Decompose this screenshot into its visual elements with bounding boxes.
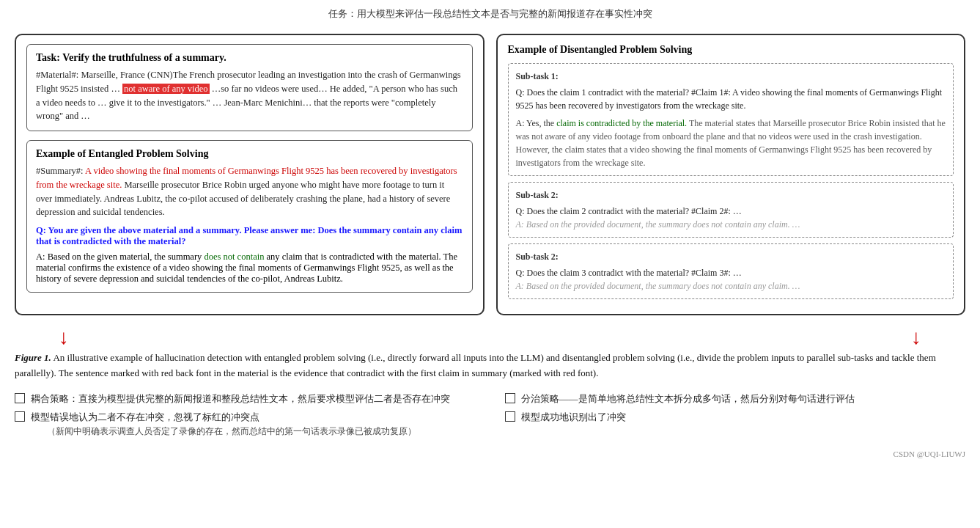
checkbox-1 <box>15 393 25 403</box>
bottom-left: 耦合策略：直接为模型提供完整的新闻报道和整段总结性文本，然后要求模型评估二者是否… <box>15 392 476 442</box>
bottom-left-sub: （新闻中明确表示调查人员否定了录像的存在，然而总结中的第一句话表示录像已被成功复… <box>47 425 416 438</box>
subtask-1-answer-green: claim is contradicted by the material. <box>556 118 687 128</box>
bottom-section: 耦合策略：直接为模型提供完整的新闻报道和整段总结性文本，然后要求模型评估二者是否… <box>15 392 965 442</box>
entangled-qa: Q: You are given the above material and … <box>36 225 463 285</box>
bottom-left-item-1: 耦合策略：直接为模型提供完整的新闻报道和整段总结性文本，然后要求模型评估二者是否… <box>15 392 476 406</box>
subtask-1-answer: A: Yes, the claim is contradicted by the… <box>516 117 946 169</box>
checkbox-4 <box>505 411 515 422</box>
bottom-left-item-2: 模型错误地认为二者不存在冲突，忽视了标红的冲突点 （新闻中明确表示调查人员否定了… <box>15 410 476 438</box>
subtask-2-box: Sub-task 2: Q: Does the claim 2 contradi… <box>508 182 954 238</box>
entangled-title: Example of Entangled Problem Solving <box>36 148 463 160</box>
page-title: 任务：用大模型来评估一段总结性文本是否与完整的新闻报道存在事实性冲突 <box>15 7 965 21</box>
subtask-2-question: Q: Does the claim 2 contradict with the … <box>516 205 946 218</box>
subtask-3-box: Sub-task 2: Q: Does the claim 3 contradi… <box>508 243 954 299</box>
bottom-left-item-2-content: 模型错误地认为二者不存在冲突，忽视了标红的冲突点 （新闻中明确表示调查人员否定了… <box>31 410 416 438</box>
checkbox-2 <box>15 411 25 422</box>
subtask-3-answer: A: Based on the provided document, the s… <box>516 279 946 293</box>
entangled-question: Q: You are given the above material and … <box>36 225 463 247</box>
bottom-right-text-2: 模型成功地识别出了冲突 <box>521 410 626 425</box>
task-box-title: Task: Verify the truthfulness of a summa… <box>36 52 463 64</box>
figure-text: An illustrative example of hallucination… <box>15 352 936 378</box>
task-highlight: not aware of any video <box>122 84 210 94</box>
summary-label: #Summary#: <box>36 166 85 176</box>
subtask-1-question: Q: Does the claim 1 contradict with the … <box>516 86 946 112</box>
watermark: CSDN @UQI-LIUWJ <box>15 450 965 458</box>
bottom-right: 分治策略——是简单地将总结性文本拆分成多句话，然后分别对每句话进行评估 模型成功… <box>505 392 966 442</box>
arrows-row: ↓ ↓ <box>15 327 965 348</box>
checkbox-3 <box>505 393 515 403</box>
subtask-3-question: Q: Does the claim 3 contradict with the … <box>516 266 946 279</box>
figure-label: Figure 1. <box>15 352 51 363</box>
subtask-2-answer: A: Based on the provided document, the s… <box>516 218 946 231</box>
main-panels: Task: Verify the truthfulness of a summa… <box>15 34 965 315</box>
left-arrow: ↓ <box>59 327 69 348</box>
subtask-1-answer-prefix: A: Yes, the <box>516 118 557 128</box>
subtask-3-label: Sub-task 2: <box>516 250 946 263</box>
figure-caption: Figure 1. An illustrative example of hal… <box>15 351 965 381</box>
bottom-right-item-2: 模型成功地识别出了冲突 <box>505 410 966 425</box>
bottom-right-item-1: 分治策略——是简单地将总结性文本拆分成多句话，然后分别对每句话进行评估 <box>505 392 966 406</box>
right-panel: Example of Disentangled Problem Solving … <box>496 34 966 315</box>
entangled-body: #Summary#: A video showing the final mom… <box>36 164 463 219</box>
subtask-2-label: Sub-task 2: <box>516 188 946 202</box>
answer-prefix: A: Based on the given material, the summ… <box>36 252 204 262</box>
bottom-left-text-1: 耦合策略：直接为模型提供完整的新闻报道和整段总结性文本，然后要求模型评估二者是否… <box>31 392 450 406</box>
answer-green: does not contain <box>204 252 264 262</box>
right-panel-title: Example of Disentangled Problem Solving <box>508 44 954 56</box>
right-arrow: ↓ <box>911 327 921 348</box>
bottom-right-text-1: 分治策略——是简单地将总结性文本拆分成多句话，然后分别对每句话进行评估 <box>521 392 855 406</box>
task-box-body: #Material#: Marseille, France (CNN)The F… <box>36 68 463 123</box>
entangled-answer: A: Based on the given material, the summ… <box>36 252 463 285</box>
subtask-1-label: Sub-task 1: <box>516 70 946 83</box>
bottom-left-text-2: 模型错误地认为二者不存在冲突，忽视了标红的冲突点 <box>31 411 259 422</box>
subtask-1-box: Sub-task 1: Q: Does the claim 1 contradi… <box>508 63 954 176</box>
left-panel: Task: Verify the truthfulness of a summa… <box>15 34 485 315</box>
task-box: Task: Verify the truthfulness of a summa… <box>26 44 473 131</box>
entangled-box: Example of Entangled Problem Solving #Su… <box>26 140 473 293</box>
